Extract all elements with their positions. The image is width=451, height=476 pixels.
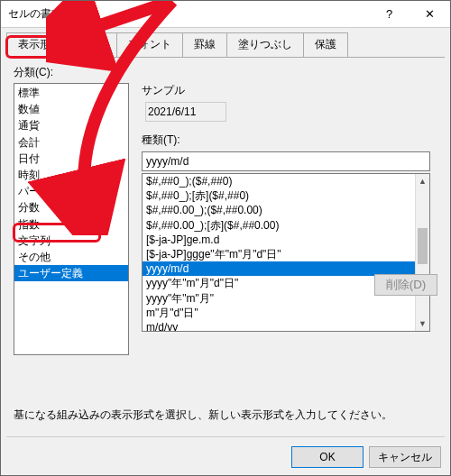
ok-button[interactable]: OK [291,446,364,468]
category-item[interactable]: パーセンテージ [14,183,128,199]
format-item[interactable]: [$-ja-JP]ge.m.d [143,233,429,247]
format-item[interactable]: m/d/yy [143,320,429,332]
category-item[interactable]: 指数 [14,216,128,233]
titlebar: セルの書式設定 ? ✕ [1,1,450,28]
scroll-down-icon[interactable]: ▼ [416,316,429,331]
cancel-button[interactable]: キャンセル [369,446,441,468]
tab-保護[interactable]: 保護 [303,32,348,58]
type-input[interactable] [142,151,430,171]
tab-strip: 表示形式配置フォント罫線塗りつぶし保護 [1,28,450,57]
category-list[interactable]: 標準数値通貨会計日付時刻パーセンテージ分数指数文字列その他ユーザー定義 [14,83,129,355]
category-item[interactable]: 日付 [14,151,128,167]
sample-value: 2021/6/11 [145,102,226,122]
category-item[interactable]: その他 [14,249,128,265]
category-item[interactable]: ユーザー定義 [14,265,128,281]
separator [6,436,445,437]
format-item[interactable]: $#,##0.00_);[赤]($#,##0.00) [143,218,429,233]
tab-罫線[interactable]: 罫線 [182,32,227,58]
delete-button[interactable]: 削除(D) [374,274,437,296]
tab-塗りつぶし[interactable]: 塗りつぶし [226,32,304,58]
sample-label: サンプル [142,83,437,98]
format-list-wrap: $#,##0_);($#,##0)$#,##0_);[赤]($#,##0)$#,… [142,173,430,332]
tab-表示形式[interactable]: 表示形式 [6,32,73,58]
type-label: 種類(T): [142,133,437,148]
format-item[interactable]: $#,##0.00_);($#,##0.00) [143,203,429,217]
category-item[interactable]: 会計 [14,134,128,151]
format-item[interactable]: $#,##0_);($#,##0) [143,174,429,188]
right-panel: サンプル 2021/6/11 種類(T): $#,##0_);($#,##0)$… [142,83,437,337]
type-group: 種類(T): $#,##0_);($#,##0)$#,##0_);[赤]($#,… [142,133,437,332]
scrollbar[interactable]: ▲ ▼ [415,174,429,331]
tab-配置[interactable]: 配置 [72,32,117,58]
description-text: 基になる組み込みの表示形式を選択し、新しい表示形式を入力してください。 [14,407,392,423]
category-item[interactable]: 文字列 [14,233,128,249]
category-item[interactable]: 分数 [14,199,128,215]
dialog-buttons: OK キャンセル [291,446,441,468]
category-label: 分類(C): [14,65,437,80]
category-item[interactable]: 時刻 [14,167,128,183]
window-title: セルの書式設定 [8,6,369,22]
help-button[interactable]: ? [369,1,410,27]
category-item[interactable]: 通貨 [14,117,128,133]
tabpanel-number-format: 分類(C): 標準数値通貨会計日付時刻パーセンテージ分数指数文字列その他ユーザー… [6,57,445,434]
tab-フォント[interactable]: フォント [116,32,183,58]
scroll-thumb[interactable] [418,228,428,264]
close-button[interactable]: ✕ [410,1,450,27]
format-item[interactable]: m"月"d"日" [143,306,429,320]
format-item[interactable]: $#,##0_);[赤]($#,##0) [143,188,429,203]
category-area: 標準数値通貨会計日付時刻パーセンテージ分数指数文字列その他ユーザー定義 [14,83,129,355]
category-item[interactable]: 数値 [14,101,128,117]
format-item[interactable]: [$-ja-JP]ggge"年"m"月"d"日" [143,247,429,261]
sample-group: サンプル 2021/6/11 [142,83,437,122]
scroll-up-icon[interactable]: ▲ [416,174,429,188]
format-list[interactable]: $#,##0_);($#,##0)$#,##0_);[赤]($#,##0)$#,… [142,173,430,332]
category-item[interactable]: 標準 [14,85,128,101]
dialog-window: セルの書式設定 ? ✕ 表示形式配置フォント罫線塗りつぶし保護 分類(C): 標… [0,0,451,476]
